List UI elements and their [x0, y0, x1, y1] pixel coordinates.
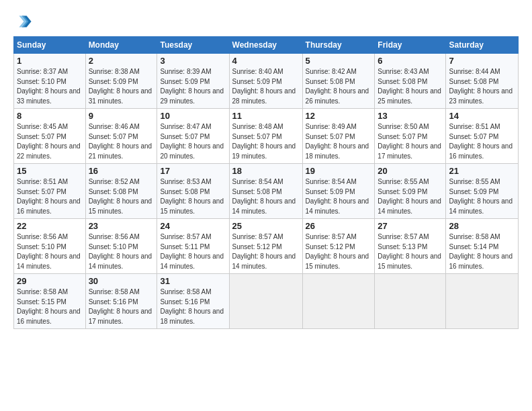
calendar-cell: 18Sunrise: 8:54 AMSunset: 5:08 PMDayligh…: [229, 164, 302, 219]
calendar-cell: 26Sunrise: 8:57 AMSunset: 5:12 PMDayligh…: [302, 219, 375, 274]
day-info: Sunrise: 8:46 AMSunset: 5:07 PMDaylight:…: [89, 122, 154, 161]
calendar-cell: 29Sunrise: 8:58 AMSunset: 5:15 PMDayligh…: [14, 274, 86, 329]
day-info: Sunrise: 8:55 AMSunset: 5:09 PMDaylight:…: [378, 177, 443, 216]
day-number: 23: [89, 221, 154, 231]
day-number: 6: [378, 56, 443, 66]
calendar-cell: 8Sunrise: 8:45 AMSunset: 5:07 PMDaylight…: [14, 109, 86, 164]
weekday-header: Thursday: [302, 37, 375, 54]
day-info: Sunrise: 8:58 AMSunset: 5:16 PMDaylight:…: [89, 287, 154, 326]
calendar-cell: 1Sunrise: 8:37 AMSunset: 5:10 PMDaylight…: [14, 54, 86, 109]
day-number: 11: [232, 111, 300, 121]
calendar-cell: 27Sunrise: 8:57 AMSunset: 5:13 PMDayligh…: [375, 219, 446, 274]
calendar-cell: 5Sunrise: 8:42 AMSunset: 5:08 PMDaylight…: [302, 54, 375, 109]
day-info: Sunrise: 8:52 AMSunset: 5:08 PMDaylight:…: [89, 177, 154, 216]
day-info: Sunrise: 8:58 AMSunset: 5:16 PMDaylight:…: [160, 287, 226, 326]
day-info: Sunrise: 8:57 AMSunset: 5:13 PMDaylight:…: [378, 232, 443, 271]
weekday-header: Wednesday: [229, 37, 302, 54]
calendar-week-row: 22Sunrise: 8:56 AMSunset: 5:10 PMDayligh…: [14, 219, 519, 274]
calendar-cell: 9Sunrise: 8:46 AMSunset: 5:07 PMDaylight…: [85, 109, 157, 164]
day-info: Sunrise: 8:49 AMSunset: 5:07 PMDaylight:…: [306, 122, 372, 161]
day-info: Sunrise: 8:54 AMSunset: 5:08 PMDaylight:…: [232, 177, 300, 216]
calendar-table: SundayMondayTuesdayWednesdayThursdayFrid…: [13, 36, 519, 329]
calendar-cell: 11Sunrise: 8:48 AMSunset: 5:07 PMDayligh…: [229, 109, 302, 164]
day-info: Sunrise: 8:51 AMSunset: 5:07 PMDaylight:…: [17, 177, 83, 216]
day-info: Sunrise: 8:56 AMSunset: 5:10 PMDaylight:…: [17, 232, 83, 271]
calendar-cell: 6Sunrise: 8:43 AMSunset: 5:08 PMDaylight…: [375, 54, 446, 109]
day-info: Sunrise: 8:58 AMSunset: 5:15 PMDaylight:…: [17, 287, 83, 326]
day-number: 7: [449, 56, 515, 66]
day-number: 21: [449, 166, 515, 176]
calendar-cell: 10Sunrise: 8:47 AMSunset: 5:07 PMDayligh…: [157, 109, 229, 164]
day-number: 28: [449, 221, 515, 231]
day-info: Sunrise: 8:47 AMSunset: 5:07 PMDaylight:…: [160, 122, 226, 161]
calendar-cell: 30Sunrise: 8:58 AMSunset: 5:16 PMDayligh…: [85, 274, 157, 329]
day-info: Sunrise: 8:57 AMSunset: 5:11 PMDaylight:…: [160, 232, 226, 271]
weekday-header: Sunday: [14, 37, 86, 54]
logo: [13, 12, 34, 31]
day-number: 12: [306, 111, 372, 121]
day-number: 10: [160, 111, 226, 121]
day-info: Sunrise: 8:58 AMSunset: 5:14 PMDaylight:…: [449, 232, 515, 271]
calendar-cell: [229, 274, 302, 329]
day-number: 16: [89, 166, 154, 176]
day-info: Sunrise: 8:50 AMSunset: 5:07 PMDaylight:…: [378, 122, 443, 161]
day-info: Sunrise: 8:43 AMSunset: 5:08 PMDaylight:…: [378, 67, 443, 106]
calendar-cell: 14Sunrise: 8:51 AMSunset: 5:07 PMDayligh…: [446, 109, 519, 164]
day-number: 25: [232, 221, 300, 231]
day-info: Sunrise: 8:39 AMSunset: 5:09 PMDaylight:…: [160, 67, 226, 106]
calendar-cell: 21Sunrise: 8:55 AMSunset: 5:09 PMDayligh…: [446, 164, 519, 219]
weekday-header: Friday: [375, 37, 446, 54]
day-number: 9: [89, 111, 154, 121]
calendar-cell: 22Sunrise: 8:56 AMSunset: 5:10 PMDayligh…: [14, 219, 86, 274]
day-number: 24: [160, 221, 226, 231]
day-info: Sunrise: 8:51 AMSunset: 5:07 PMDaylight:…: [449, 122, 515, 161]
day-info: Sunrise: 8:54 AMSunset: 5:09 PMDaylight:…: [306, 177, 372, 216]
calendar-cell: 23Sunrise: 8:56 AMSunset: 5:10 PMDayligh…: [85, 219, 157, 274]
day-number: 30: [89, 276, 154, 286]
day-info: Sunrise: 8:44 AMSunset: 5:08 PMDaylight:…: [449, 67, 515, 106]
day-number: 20: [378, 166, 443, 176]
day-number: 26: [306, 221, 372, 231]
weekday-header: Saturday: [446, 37, 519, 54]
calendar-cell: [302, 274, 375, 329]
day-info: Sunrise: 8:53 AMSunset: 5:08 PMDaylight:…: [160, 177, 226, 216]
day-number: 17: [160, 166, 226, 176]
calendar-cell: 4Sunrise: 8:40 AMSunset: 5:09 PMDaylight…: [229, 54, 302, 109]
calendar-header-row: SundayMondayTuesdayWednesdayThursdayFrid…: [14, 37, 519, 54]
calendar-week-row: 29Sunrise: 8:58 AMSunset: 5:15 PMDayligh…: [14, 274, 519, 329]
calendar-week-row: 1Sunrise: 8:37 AMSunset: 5:10 PMDaylight…: [14, 54, 519, 109]
calendar-cell: 24Sunrise: 8:57 AMSunset: 5:11 PMDayligh…: [157, 219, 229, 274]
day-info: Sunrise: 8:55 AMSunset: 5:09 PMDaylight:…: [449, 177, 515, 216]
day-info: Sunrise: 8:42 AMSunset: 5:08 PMDaylight:…: [306, 67, 372, 106]
day-info: Sunrise: 8:56 AMSunset: 5:10 PMDaylight:…: [89, 232, 154, 271]
weekday-header: Monday: [85, 37, 157, 54]
day-number: 4: [232, 56, 300, 66]
calendar-cell: 31Sunrise: 8:58 AMSunset: 5:16 PMDayligh…: [157, 274, 229, 329]
day-number: 19: [306, 166, 372, 176]
logo-icon: [13, 12, 32, 31]
calendar-cell: 16Sunrise: 8:52 AMSunset: 5:08 PMDayligh…: [85, 164, 157, 219]
calendar-cell: 25Sunrise: 8:57 AMSunset: 5:12 PMDayligh…: [229, 219, 302, 274]
calendar-week-row: 15Sunrise: 8:51 AMSunset: 5:07 PMDayligh…: [14, 164, 519, 219]
calendar-cell: 17Sunrise: 8:53 AMSunset: 5:08 PMDayligh…: [157, 164, 229, 219]
calendar-cell: 13Sunrise: 8:50 AMSunset: 5:07 PMDayligh…: [375, 109, 446, 164]
calendar-body: 1Sunrise: 8:37 AMSunset: 5:10 PMDaylight…: [14, 54, 519, 329]
calendar-week-row: 8Sunrise: 8:45 AMSunset: 5:07 PMDaylight…: [14, 109, 519, 164]
day-number: 15: [17, 166, 83, 176]
day-number: 31: [160, 276, 226, 286]
header: [13, 12, 519, 31]
day-number: 5: [306, 56, 372, 66]
calendar-cell: 15Sunrise: 8:51 AMSunset: 5:07 PMDayligh…: [14, 164, 86, 219]
day-number: 18: [232, 166, 300, 176]
day-info: Sunrise: 8:48 AMSunset: 5:07 PMDaylight:…: [232, 122, 300, 161]
day-info: Sunrise: 8:40 AMSunset: 5:09 PMDaylight:…: [232, 67, 300, 106]
calendar-cell: 12Sunrise: 8:49 AMSunset: 5:07 PMDayligh…: [302, 109, 375, 164]
day-info: Sunrise: 8:45 AMSunset: 5:07 PMDaylight:…: [17, 122, 83, 161]
day-number: 3: [160, 56, 226, 66]
day-number: 22: [17, 221, 83, 231]
day-info: Sunrise: 8:57 AMSunset: 5:12 PMDaylight:…: [306, 232, 372, 271]
calendar-cell: 3Sunrise: 8:39 AMSunset: 5:09 PMDaylight…: [157, 54, 229, 109]
page: SundayMondayTuesdayWednesdayThursdayFrid…: [0, 0, 532, 411]
day-number: 13: [378, 111, 443, 121]
calendar-cell: 28Sunrise: 8:58 AMSunset: 5:14 PMDayligh…: [446, 219, 519, 274]
